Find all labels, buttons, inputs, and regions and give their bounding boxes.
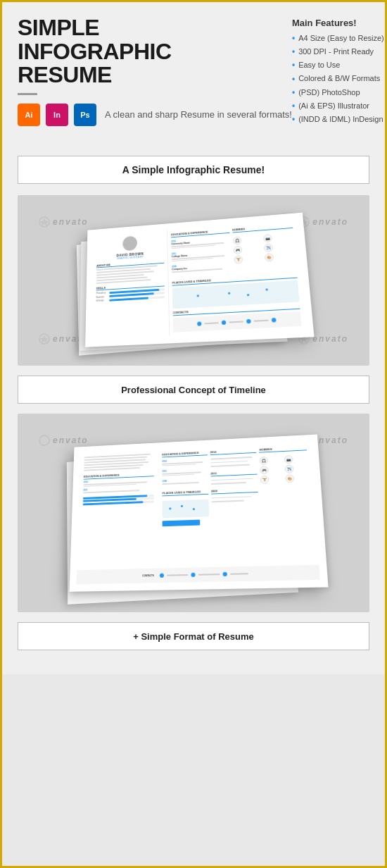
feature-item: (PSD) PhotoShop <box>292 86 384 99</box>
preview-card-1: envato envato envato envato <box>18 195 369 366</box>
resume2-contacts: CONTACTS <box>77 564 320 584</box>
resume2-edu-col: EDUCATION & EXPERIENCE 2014 2011 <box>162 450 210 561</box>
format-icons-row: Ai In Ps A clean and sharp Resume in sev… <box>18 104 292 126</box>
svg-point-2 <box>39 334 49 344</box>
resume-preview-1: DAVID BROWN GRAPHIC DESIGNER ABOUT ME SK… <box>85 213 315 347</box>
map-area-2 <box>163 499 209 518</box>
feature-item: Colored & B/W Formats <box>292 73 384 86</box>
feature-item: (Ai & EPS) Illustrator <box>292 99 384 113</box>
feature-item: Easy to Use <box>292 58 384 72</box>
header-section: SIMPLEINFOGRAPHICRESUME Ai In Ps A clean… <box>18 16 369 132</box>
title-block: SIMPLEINFOGRAPHICRESUME Ai In Ps A clean… <box>18 16 292 132</box>
resume-right-col: EDUCATION & EXPERIENCE 2014 University N… <box>167 220 306 336</box>
contacts-section: CONTACTS <box>173 304 302 333</box>
resume-preview-2: EDUCATION & EXPERIENCE 2014 2011 <box>70 434 329 591</box>
resume2-mid-col: 2014 2011 2008 <box>210 448 262 559</box>
icon-ai: Ai <box>18 104 40 126</box>
svg-point-0 <box>39 217 49 227</box>
icon-ps: Ps <box>74 104 96 126</box>
tagline: A clean and sharp Resume in several form… <box>105 108 292 121</box>
first-banner: A Simple Infographic Resume! <box>18 156 369 184</box>
features-block: Main Features! A4 Size (Easy to Resize) … <box>292 18 384 126</box>
resume2-left: EDUCATION & EXPERIENCE 2014 2011 <box>77 449 158 567</box>
icon-id: In <box>46 104 68 126</box>
main-title: SIMPLEINFOGRAPHICRESUME <box>18 16 292 87</box>
features-heading: Main Features! <box>292 18 384 28</box>
resume2-hobbies-col: HOBBIES 🎧 📷 🎮 ✈️ 🏋️ 🎨 <box>259 445 314 558</box>
third-banner: + Simple Format of Resume <box>18 622 369 650</box>
feature-item: 300 DPI - Print Ready <box>292 45 384 58</box>
hobbies-grid-2: 🎧 📷 🎮 ✈️ 🏋️ 🎨 <box>260 454 309 484</box>
feature-item: A4 Size (Easy to Resize) <box>292 32 384 45</box>
second-banner: Professional Concept of Timeline <box>18 376 369 404</box>
features-list: A4 Size (Easy to Resize) 300 DPI - Print… <box>292 32 384 126</box>
resume-left-col: DAVID BROWN GRAPHIC DESIGNER ABOUT ME SK… <box>92 230 170 340</box>
preview-card-2: envato envato <box>18 414 369 612</box>
resume2-right: EDUCATION & EXPERIENCE 2014 2011 <box>158 441 319 565</box>
title-divider <box>18 93 37 95</box>
hobbies-grid: 🎧 📷 🎮 ✈️ 🏋️ 🎨 <box>233 232 296 264</box>
resume-avatar <box>122 236 137 252</box>
main-container: SIMPLEINFOGRAPHICRESUME Ai In Ps A clean… <box>2 2 385 674</box>
feature-item: (INDD & IDML) InDesign <box>292 113 384 126</box>
places-section: PLACES LIVED & TRAVELED <box>172 273 300 309</box>
